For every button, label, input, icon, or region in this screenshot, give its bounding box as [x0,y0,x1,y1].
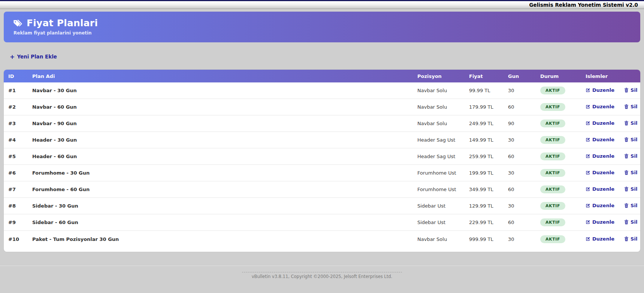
table-row: #7 Forumhome - 60 Gun Forumhome Ust 349.… [4,181,640,198]
status-badge: AKTIF [540,169,565,177]
plan-id: #8 [4,201,28,211]
edit-plan-link[interactable]: Duzenle [586,236,614,242]
plan-name: Header - 30 Gun [28,135,413,145]
edit-plan-link[interactable]: Duzenle [586,104,614,109]
plan-actions-cell: Duzenle Sil [581,135,640,145]
plan-name: Paket - Tum Pozisyonlar 30 Gun [28,234,413,244]
col-header-plan: Plan Adi [28,71,413,81]
plan-price: 999.99 TL [465,234,504,244]
plan-position: Header Sag Ust [413,151,465,161]
trash-icon [624,121,629,126]
trash-icon [624,187,629,191]
trash-icon [624,203,629,208]
plan-position: Navbar Solu [413,102,465,112]
col-header-price: Fiyat [465,71,504,81]
plan-name: Sidebar - 30 Gun [28,201,413,211]
plan-id: #1 [4,85,28,96]
col-header-actions: Islemler [581,71,640,81]
plan-status-cell: AKTIF [536,216,581,229]
edit-plan-link[interactable]: Duzenle [586,137,614,142]
add-plan-label: Yeni Plan Ekle [17,54,57,60]
table-body: #1 Navbar - 30 Gun Navbar Solu 99.99 TL … [4,82,640,247]
plan-name: Forumhome - 30 Gun [28,168,413,178]
edit-icon [586,137,590,142]
delete-plan-link[interactable]: Sil [624,236,637,242]
plan-actions-cell: Duzenle Sil [581,200,640,211]
plan-actions-cell: Duzenle Sil [581,234,640,245]
plan-id: #3 [4,118,28,129]
plan-price: 179.99 TL [465,102,504,112]
delete-plan-link[interactable]: Sil [624,186,637,192]
plan-status-cell: AKTIF [536,101,581,113]
trash-icon [624,220,629,224]
plan-position: Sidebar Ust [413,201,465,211]
page-title: Fiyat Planlari [27,18,98,28]
edit-plan-link[interactable]: Duzenle [586,87,614,93]
delete-plan-link[interactable]: Sil [624,104,637,109]
edit-label: Duzenle [592,137,614,142]
edit-label: Duzenle [592,153,614,159]
plan-days: 30 [504,201,536,211]
delete-label: Sil [631,186,637,192]
add-plan-link[interactable]: + Yeni Plan Ekle [10,54,57,60]
edit-icon [586,220,590,224]
status-badge: AKTIF [540,120,565,127]
edit-label: Duzenle [592,170,614,175]
plan-name: Navbar - 60 Gun [28,102,413,112]
page-header: Fiyat Planlari Reklam fiyat planlarini y… [4,12,640,42]
plan-name: Navbar - 90 Gun [28,118,413,129]
edit-plan-link[interactable]: Duzenle [586,203,614,208]
delete-plan-link[interactable]: Sil [624,219,637,225]
trash-icon [624,236,629,241]
edit-icon [586,121,590,126]
plan-days: 60 [504,102,536,112]
plan-actions-cell: Duzenle Sil [581,217,640,228]
edit-plan-link[interactable]: Duzenle [586,153,614,159]
plan-id: #5 [4,151,28,161]
status-badge: AKTIF [540,103,565,111]
plan-status-cell: AKTIF [536,134,581,146]
trash-icon [624,104,629,109]
plan-id: #6 [4,168,28,178]
plus-icon: + [10,54,15,59]
delete-label: Sil [631,137,637,142]
trash-icon [624,88,629,93]
plan-position: Header Sag Ust [413,135,465,145]
trash-icon [624,154,629,158]
plan-price: 199.99 TL [465,168,504,178]
plan-id: #4 [4,135,28,145]
edit-plan-link[interactable]: Duzenle [586,219,614,225]
status-badge: AKTIF [540,152,565,160]
edit-plan-link[interactable]: Duzenle [586,186,614,192]
edit-plan-link[interactable]: Duzenle [586,170,614,175]
delete-plan-link[interactable]: Sil [624,120,637,126]
delete-label: Sil [631,203,637,208]
delete-plan-link[interactable]: Sil [624,137,637,142]
delete-label: Sil [631,87,637,93]
plan-actions-cell: Duzenle Sil [581,151,640,162]
edit-icon [586,104,590,109]
plan-actions-cell: Duzenle Sil [581,102,640,112]
plan-days: 60 [504,151,536,161]
plan-actions-cell: Duzenle Sil [581,118,640,129]
edit-icon [586,170,590,175]
table-header-row: ID Plan Adi Pozisyon Fiyat Gun Durum Isl… [4,70,640,82]
delete-plan-link[interactable]: Sil [624,170,637,175]
plans-table: ID Plan Adi Pozisyon Fiyat Gun Durum Isl… [4,70,640,252]
table-row: #4 Header - 30 Gun Header Sag Ust 149.99… [4,132,640,148]
status-badge: AKTIF [540,185,565,193]
delete-plan-link[interactable]: Sil [624,153,637,159]
delete-plan-link[interactable]: Sil [624,203,637,208]
edit-icon [586,203,590,208]
delete-plan-link[interactable]: Sil [624,87,637,93]
plan-days: 60 [504,217,536,227]
col-header-position: Pozisyon [413,71,465,81]
plan-status-cell: AKTIF [536,200,581,212]
plan-actions-cell: Duzenle Sil [581,184,640,195]
plan-id: #10 [4,234,28,244]
status-badge: AKTIF [540,235,565,243]
edit-plan-link[interactable]: Duzenle [586,120,614,126]
col-header-status: Durum [536,71,581,81]
edit-icon [586,154,590,158]
edit-label: Duzenle [592,203,614,208]
